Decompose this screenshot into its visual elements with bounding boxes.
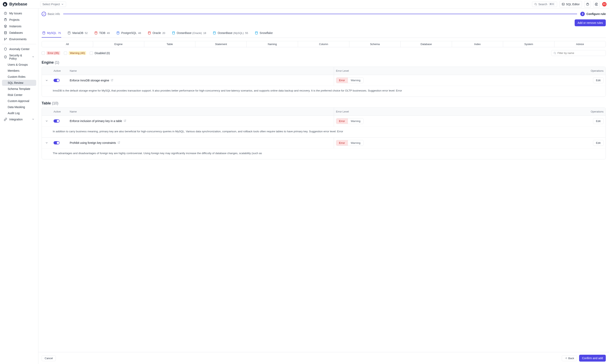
error-level-segment[interactable]: ErrorWarning xyxy=(336,118,363,124)
edit-button[interactable]: Edit xyxy=(593,118,604,124)
active-toggle[interactable] xyxy=(53,141,60,144)
sidebar-item-custom-roles[interactable]: Custom Roles xyxy=(2,74,36,80)
db-tab-label: Snowflake xyxy=(260,31,273,35)
db-tab-tidb[interactable]: TiDB49 xyxy=(94,29,110,38)
svg-point-8 xyxy=(4,31,7,32)
filter-input-field[interactable] xyxy=(557,52,604,54)
brand-name: Bytebase xyxy=(9,2,27,6)
error-level-segment[interactable]: ErrorWarning xyxy=(336,77,363,83)
database-engine-tabs: MySQL75MariaDB52TiDB49PostgreSQL48Oracle… xyxy=(42,29,606,38)
level-error[interactable]: Error xyxy=(336,140,348,146)
cat-tab-advice[interactable]: Advice xyxy=(555,41,606,47)
back-button[interactable]: Back xyxy=(562,355,577,361)
sidebar-item-anomaly-center[interactable]: Anomaly Center xyxy=(2,46,36,52)
expand-toggle[interactable] xyxy=(42,139,52,147)
sidebar-item-audit-log[interactable]: Audit Log xyxy=(2,110,36,116)
sidebar-item-my issues[interactable]: My Issues xyxy=(2,10,36,17)
edit-button[interactable]: Edit xyxy=(593,77,604,83)
cat-tab-engine[interactable]: Engine xyxy=(93,41,144,47)
sidebar-item-sql-review[interactable]: SQL Review xyxy=(2,80,36,86)
error-level-segment[interactable]: ErrorWarning xyxy=(336,140,363,146)
search-placeholder: Search xyxy=(538,3,547,6)
sidebar-item-integration[interactable]: Integration xyxy=(2,116,36,123)
cat-tab-statement[interactable]: Statement xyxy=(195,41,247,47)
cat-tab-index[interactable]: Index xyxy=(452,41,503,47)
level-warning[interactable]: Warning xyxy=(348,78,363,83)
db-tab-mariadb[interactable]: MariaDB52 xyxy=(67,29,88,38)
external-link-icon[interactable] xyxy=(124,119,126,123)
database-icon xyxy=(255,31,258,35)
sidebar-item-projects[interactable]: Projects xyxy=(2,17,36,23)
filter-error-checkbox[interactable]: Error (35) xyxy=(42,51,60,55)
db-tab-label: MySQL xyxy=(47,31,57,35)
wizard-steps: Basic info 2 Configure rule xyxy=(42,12,606,16)
db-tab-label: TiDB xyxy=(99,31,106,35)
header-error-level: Error Level xyxy=(334,67,573,75)
sidebar-item-data-masking[interactable]: Data Masking xyxy=(2,104,36,110)
db-tab-mysql[interactable]: MySQL75 xyxy=(42,29,61,38)
filter-disabled-checkbox[interactable]: Disabled (0) xyxy=(90,52,110,55)
sidebar-item-label: Instances xyxy=(9,25,21,28)
cancel-button[interactable]: Cancel xyxy=(42,355,56,361)
header-error-level: Error Level xyxy=(334,108,573,116)
sidebar-item-label: Audit Log xyxy=(8,112,20,115)
sidebar-item-label: Databases xyxy=(9,31,23,34)
step-two-number: 2 xyxy=(580,12,585,16)
sidebar-item-databases[interactable]: Databases xyxy=(2,29,36,36)
db-tab-label: OceanBase xyxy=(177,31,192,35)
db-tab-oceanbase-oracle[interactable]: OceanBase(Oracle)18 xyxy=(171,29,207,38)
cat-tab-column[interactable]: Column xyxy=(298,41,349,47)
sidebar-item-users-groups[interactable]: Users & Groups xyxy=(2,62,36,68)
cat-tab-table[interactable]: Table xyxy=(144,41,196,47)
db-tab-oracle[interactable]: Oracle20 xyxy=(147,29,166,38)
db-tab-oceanbase-mysql[interactable]: OceanBase(MySQL)55 xyxy=(212,29,249,38)
sidebar-item-custom-approval[interactable]: Custom Approval xyxy=(2,98,36,104)
sidebar-item-members[interactable]: Members xyxy=(2,68,36,74)
level-error[interactable]: Error xyxy=(336,78,348,83)
sidebar-item-environments[interactable]: Environments xyxy=(2,36,36,42)
filter-by-name-input[interactable] xyxy=(551,50,606,56)
cat-tab-system[interactable]: System xyxy=(503,41,555,47)
sidebar-item-schema-template[interactable]: Schema Template xyxy=(2,86,36,92)
sidebar-item-label: Custom Roles xyxy=(8,75,26,78)
confirm-and-add-button[interactable]: Confirm and add xyxy=(579,355,606,362)
avatar[interactable]: AD xyxy=(602,2,607,6)
rule-name: Enforce InnoDB storage engine xyxy=(68,76,334,84)
help-icon xyxy=(586,3,589,6)
help-button[interactable] xyxy=(584,1,591,7)
db-tab-postgresql[interactable]: PostgreSQL48 xyxy=(116,29,141,38)
add-remove-rules-button[interactable]: Add or remove rules xyxy=(575,19,606,26)
cat-tab-database[interactable]: Database xyxy=(401,41,452,47)
active-toggle[interactable] xyxy=(53,119,60,123)
sidebar-item-label: Environments xyxy=(9,38,27,41)
sidebar-item-instances[interactable]: Instances xyxy=(2,23,36,29)
sidebar-item-risk-center[interactable]: Risk Center xyxy=(2,92,36,98)
sidebar-item-security-policy[interactable]: Security & Policy xyxy=(2,52,36,62)
level-error[interactable]: Error xyxy=(336,118,348,124)
search-box[interactable]: Search ⌘ K xyxy=(532,2,557,7)
sql-editor-button[interactable]: SQL Editor xyxy=(559,1,582,7)
external-link-icon[interactable] xyxy=(111,79,113,82)
svg-point-10 xyxy=(4,40,5,40)
level-warning[interactable]: Warning xyxy=(348,140,363,146)
sidebar-item-label: My Issues xyxy=(9,12,22,15)
expand-toggle[interactable] xyxy=(42,117,52,125)
db-tab-count: 20 xyxy=(162,31,165,35)
cat-tab-naming[interactable]: Naming xyxy=(247,41,298,47)
cat-tab-schema[interactable]: Schema xyxy=(349,41,401,47)
filter-warning-checkbox[interactable]: Warning (40) xyxy=(64,51,86,55)
select-project[interactable]: Select Project xyxy=(40,2,66,7)
rule-name: Prohibit using foreign key constraints xyxy=(68,139,334,147)
db-tab-count: 49 xyxy=(107,31,110,35)
level-warning[interactable]: Warning xyxy=(348,118,363,124)
step-one-label: Basic info xyxy=(48,12,60,15)
filter-error-label: Error (35) xyxy=(46,51,60,55)
external-link-icon[interactable] xyxy=(118,141,120,144)
db-tab-snowflake[interactable]: Snowflake xyxy=(254,29,273,38)
active-toggle[interactable] xyxy=(53,79,60,82)
edit-button[interactable]: Edit xyxy=(593,140,604,146)
settings-button[interactable] xyxy=(593,1,600,7)
cat-tab-all[interactable]: All xyxy=(42,41,93,47)
sidebar-item-label: Data Masking xyxy=(8,105,25,109)
expand-toggle[interactable] xyxy=(42,76,52,84)
